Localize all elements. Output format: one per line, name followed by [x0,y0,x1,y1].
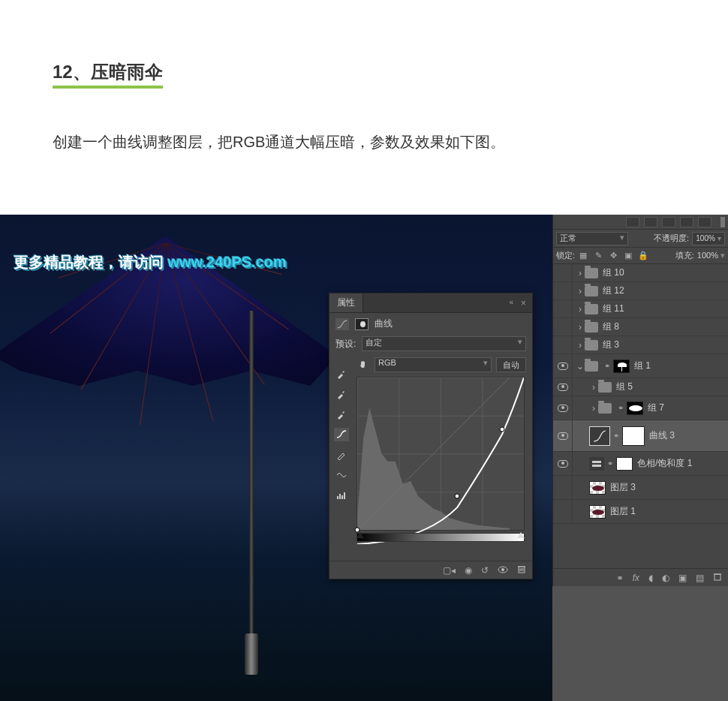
properties-tab[interactable]: 属性 [329,293,363,312]
layer-thumbnail[interactable] [589,505,606,519]
histogram-toggle-icon[interactable] [334,489,349,502]
black-point-slider[interactable] [356,532,364,538]
chevron-right-icon[interactable]: › [576,268,585,278]
hand-tool-icon[interactable] [356,358,370,372]
smooth-tool-icon[interactable] [334,468,349,482]
layer-row-group-mask[interactable]: › ⚭ 组 7 [553,396,728,420]
eyedropper-white-icon[interactable] [334,408,349,421]
preset-label: 预设: [335,338,356,350]
layer-name[interactable]: 组 3 [603,338,723,351]
eye-icon[interactable] [558,405,568,412]
filter-smart-icon[interactable] [698,217,711,227]
layer-row-group[interactable]: › 组 11 [553,300,728,318]
layer-row-adjustment[interactable]: ⚭ 色相/饱和度 1 [553,452,728,476]
new-group-icon[interactable]: ▣ [678,573,687,583]
layer-row-adjustment-selected[interactable]: ⚭ 曲线 3 [553,420,728,452]
layer-fx-icon[interactable]: fx [633,573,639,583]
layer-name[interactable]: 组 7 [648,402,723,414]
curves-chart[interactable] [356,377,525,531]
watermark-text: 更多精品教程，请访问 www.240PS.com [14,252,287,272]
eyedropper-gray-icon[interactable] [334,387,349,401]
adjustment-label: 曲线 [375,317,393,330]
layer-name[interactable]: 组 11 [603,302,723,315]
layer-row-pixel[interactable]: 图层 3 [553,476,728,500]
layer-name[interactable]: 色相/饱和度 1 [637,457,723,470]
eye-icon[interactable] [558,384,568,391]
chevron-right-icon[interactable]: › [576,322,585,332]
curve-point-tool-icon[interactable] [334,428,349,441]
layer-mask-thumbnail[interactable] [616,457,633,471]
layer-name[interactable]: 组 12 [603,284,723,297]
curve-tools [334,367,350,502]
eyedropper-black-icon[interactable] [334,367,349,381]
eye-icon[interactable] [558,363,568,370]
filter-pixel-icon[interactable] [626,217,639,227]
lock-all-icon[interactable]: 🔒 [638,251,648,261]
close-icon[interactable]: × [518,298,529,308]
group-mask-thumbnail[interactable] [627,402,643,415]
watermark-link[interactable]: www.240PS.com [168,254,287,270]
reset-icon[interactable]: ↺ [481,565,489,576]
lock-artboard-icon[interactable]: ▣ [623,251,633,261]
curve-point-mid[interactable] [455,494,460,499]
layer-name[interactable]: 图层 3 [610,481,723,494]
layer-name[interactable]: 组 10 [603,266,723,279]
delete-adjustment-icon[interactable] [517,564,526,576]
view-previous-icon[interactable]: ◉ [465,565,472,576]
layer-thumbnail[interactable] [589,481,606,495]
filter-shape-icon[interactable] [680,217,693,227]
chevron-right-icon[interactable]: › [576,304,585,314]
collapse-icon[interactable]: « [509,298,513,308]
new-adjustment-icon[interactable]: ◐ [662,573,669,583]
panel-background [552,586,728,701]
layer-name[interactable]: 组 5 [616,381,723,393]
curve-point-high[interactable] [500,427,505,432]
chevron-right-icon[interactable]: › [576,286,585,296]
layers-panel: 正常 ▾ 不透明度: 100% ▾ 锁定: ▦ ✎ ✥ ▣ 🔒 填充: 100%… [552,215,728,586]
new-layer-icon[interactable]: ▤ [696,573,704,583]
chevron-right-icon[interactable]: › [576,340,585,350]
input-slider[interactable] [356,533,525,542]
opacity-value[interactable]: 100% ▾ [692,232,725,245]
lock-paint-icon[interactable]: ✎ [593,251,603,261]
filter-adjust-icon[interactable] [644,217,657,227]
channel-select[interactable]: RGB ▾ [375,357,492,372]
auto-button[interactable]: 自动 [496,357,526,372]
group-mask-thumbnail[interactable] [613,360,630,373]
filter-toggle[interactable] [720,217,725,227]
toggle-visibility-icon[interactable] [498,565,508,576]
fill-value[interactable]: 100% ▾ [697,251,725,260]
add-mask-icon[interactable]: ◖ [648,573,653,583]
layer-row-group[interactable]: › 组 12 [553,282,728,300]
preset-select[interactable]: 自定 ▾ [362,336,526,351]
layer-tree[interactable]: › 组 10 › 组 12 › 组 11 › 组 8 › [553,264,728,548]
chevron-right-icon[interactable]: › [589,382,598,393]
white-point-slider[interactable] [517,532,525,538]
delete-layer-icon[interactable] [713,572,722,583]
lock-transparent-icon[interactable]: ▦ [578,251,588,261]
layer-name[interactable]: 曲线 3 [649,429,723,442]
clip-to-layer-icon[interactable]: ▢◂ [443,565,456,576]
filter-type-icon[interactable] [662,217,675,227]
link-layers-icon[interactable]: ⚭ [616,573,624,583]
lock-position-icon[interactable]: ✥ [608,251,618,261]
pencil-tool-icon[interactable] [334,448,349,462]
layer-name[interactable]: 组 8 [603,320,723,333]
properties-panel: 属性 « × 曲线 预设: 自定 ▾ RGB ▾ [329,293,533,579]
layer-row-group-open[interactable]: ⌄ ⚭ 组 1 [553,354,728,378]
folder-icon [585,361,598,372]
opacity-label: 不透明度: [654,233,689,244]
layer-row-group[interactable]: › 组 5 [553,378,728,396]
chevron-right-icon[interactable]: › [589,403,598,414]
layer-mask-thumbnail[interactable] [622,426,645,446]
layer-name[interactable]: 图层 1 [610,505,723,518]
eye-icon[interactable] [558,432,568,440]
layer-row-group[interactable]: › 组 3 [553,336,728,354]
layer-row-group[interactable]: › 组 10 [553,264,728,282]
layer-row-group[interactable]: › 组 8 [553,318,728,336]
layer-name[interactable]: 组 1 [634,360,723,372]
chevron-down-icon[interactable]: ⌄ [576,361,585,372]
blend-mode-select[interactable]: 正常 ▾ [556,232,628,245]
eye-icon[interactable] [558,460,568,468]
layer-row-pixel[interactable]: 图层 1 [553,500,728,524]
